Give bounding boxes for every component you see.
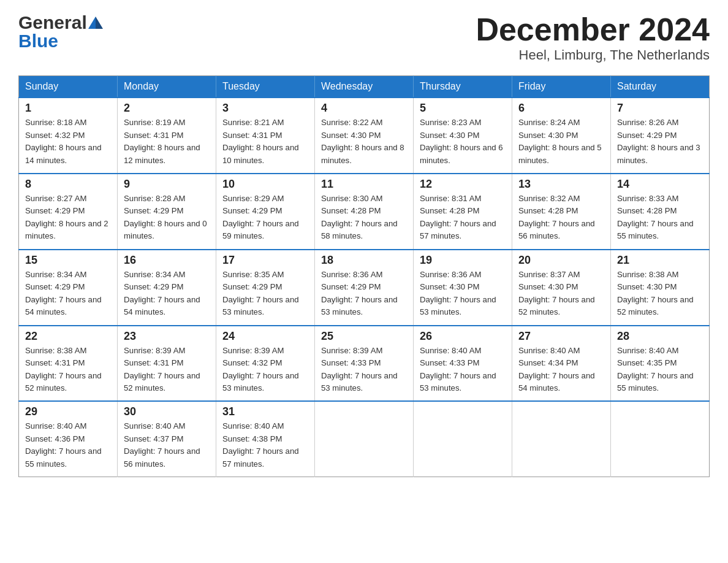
table-row: 3Sunrise: 8:21 AMSunset: 4:31 PMDaylight… <box>216 98 315 174</box>
day-info: Sunrise: 8:19 AMSunset: 4:31 PMDaylight:… <box>124 117 210 167</box>
table-row: 29Sunrise: 8:40 AMSunset: 4:36 PMDayligh… <box>19 401 118 477</box>
day-number: 7 <box>617 102 703 115</box>
day-number: 1 <box>25 102 111 115</box>
day-number: 11 <box>321 178 407 191</box>
day-number: 6 <box>518 102 604 115</box>
day-info: Sunrise: 8:38 AMSunset: 4:31 PMDaylight:… <box>25 345 111 395</box>
calendar-week-row: 22Sunrise: 8:38 AMSunset: 4:31 PMDayligh… <box>19 326 710 402</box>
day-info: Sunrise: 8:40 AMSunset: 4:36 PMDaylight:… <box>25 420 111 470</box>
day-info: Sunrise: 8:40 AMSunset: 4:34 PMDaylight:… <box>518 345 604 395</box>
calendar-week-row: 29Sunrise: 8:40 AMSunset: 4:36 PMDayligh… <box>19 401 710 477</box>
day-number: 30 <box>124 405 210 418</box>
day-number: 20 <box>518 254 604 267</box>
calendar-week-row: 15Sunrise: 8:34 AMSunset: 4:29 PMDayligh… <box>19 250 710 326</box>
title-section: December 2024 Heel, Limburg, The Netherl… <box>476 12 710 63</box>
table-row <box>611 401 710 477</box>
table-row: 31Sunrise: 8:40 AMSunset: 4:38 PMDayligh… <box>216 401 315 477</box>
day-number: 15 <box>25 254 111 267</box>
day-number: 27 <box>518 330 604 343</box>
day-number: 18 <box>321 254 407 267</box>
day-info: Sunrise: 8:34 AMSunset: 4:29 PMDaylight:… <box>25 269 111 319</box>
day-info: Sunrise: 8:18 AMSunset: 4:32 PMDaylight:… <box>25 117 111 167</box>
table-row: 9Sunrise: 8:28 AMSunset: 4:29 PMDaylight… <box>118 174 216 250</box>
day-info: Sunrise: 8:34 AMSunset: 4:29 PMDaylight:… <box>124 269 210 319</box>
day-info: Sunrise: 8:40 AMSunset: 4:37 PMDaylight:… <box>124 420 210 470</box>
day-info: Sunrise: 8:27 AMSunset: 4:29 PMDaylight:… <box>25 193 111 243</box>
day-number: 16 <box>124 254 210 267</box>
col-friday: Friday <box>512 76 611 98</box>
table-row: 21Sunrise: 8:38 AMSunset: 4:30 PMDayligh… <box>611 250 710 326</box>
table-row: 26Sunrise: 8:40 AMSunset: 4:33 PMDayligh… <box>414 326 512 402</box>
table-row: 8Sunrise: 8:27 AMSunset: 4:29 PMDaylight… <box>19 174 118 250</box>
day-info: Sunrise: 8:31 AMSunset: 4:28 PMDaylight:… <box>420 193 506 243</box>
day-number: 21 <box>617 254 703 267</box>
day-info: Sunrise: 8:38 AMSunset: 4:30 PMDaylight:… <box>617 269 703 319</box>
day-info: Sunrise: 8:30 AMSunset: 4:28 PMDaylight:… <box>321 193 407 243</box>
day-number: 4 <box>321 102 407 115</box>
table-row: 4Sunrise: 8:22 AMSunset: 4:30 PMDaylight… <box>315 98 414 174</box>
day-number: 31 <box>222 405 308 418</box>
table-row: 30Sunrise: 8:40 AMSunset: 4:37 PMDayligh… <box>118 401 216 477</box>
table-row: 27Sunrise: 8:40 AMSunset: 4:34 PMDayligh… <box>512 326 611 402</box>
col-thursday: Thursday <box>414 76 512 98</box>
table-row: 14Sunrise: 8:33 AMSunset: 4:28 PMDayligh… <box>611 174 710 250</box>
table-row: 18Sunrise: 8:36 AMSunset: 4:29 PMDayligh… <box>315 250 414 326</box>
day-info: Sunrise: 8:22 AMSunset: 4:30 PMDaylight:… <box>321 117 407 167</box>
col-sunday: Sunday <box>19 76 118 98</box>
day-info: Sunrise: 8:24 AMSunset: 4:30 PMDaylight:… <box>518 117 604 167</box>
day-info: Sunrise: 8:33 AMSunset: 4:28 PMDaylight:… <box>617 193 703 243</box>
table-row: 19Sunrise: 8:36 AMSunset: 4:30 PMDayligh… <box>414 250 512 326</box>
table-row <box>512 401 611 477</box>
table-row: 25Sunrise: 8:39 AMSunset: 4:33 PMDayligh… <box>315 326 414 402</box>
col-monday: Monday <box>118 76 216 98</box>
day-number: 2 <box>124 102 210 115</box>
day-info: Sunrise: 8:39 AMSunset: 4:32 PMDaylight:… <box>222 345 308 395</box>
table-row: 12Sunrise: 8:31 AMSunset: 4:28 PMDayligh… <box>414 174 512 250</box>
calendar-header-row: Sunday Monday Tuesday Wednesday Thursday… <box>19 76 710 98</box>
col-saturday: Saturday <box>611 76 710 98</box>
table-row <box>414 401 512 477</box>
table-row: 6Sunrise: 8:24 AMSunset: 4:30 PMDaylight… <box>512 98 611 174</box>
page-subtitle: Heel, Limburg, The Netherlands <box>476 47 710 63</box>
day-info: Sunrise: 8:39 AMSunset: 4:31 PMDaylight:… <box>124 345 210 395</box>
table-row: 7Sunrise: 8:26 AMSunset: 4:29 PMDaylight… <box>611 98 710 174</box>
day-info: Sunrise: 8:26 AMSunset: 4:29 PMDaylight:… <box>617 117 703 167</box>
logo-text-blue: Blue <box>18 31 58 52</box>
logo-icon <box>88 17 103 29</box>
table-row: 5Sunrise: 8:23 AMSunset: 4:30 PMDaylight… <box>414 98 512 174</box>
day-info: Sunrise: 8:28 AMSunset: 4:29 PMDaylight:… <box>124 193 210 243</box>
day-number: 25 <box>321 330 407 343</box>
day-info: Sunrise: 8:36 AMSunset: 4:29 PMDaylight:… <box>321 269 407 319</box>
table-row: 17Sunrise: 8:35 AMSunset: 4:29 PMDayligh… <box>216 250 315 326</box>
day-info: Sunrise: 8:36 AMSunset: 4:30 PMDaylight:… <box>420 269 506 319</box>
day-info: Sunrise: 8:40 AMSunset: 4:35 PMDaylight:… <box>617 345 703 395</box>
table-row: 10Sunrise: 8:29 AMSunset: 4:29 PMDayligh… <box>216 174 315 250</box>
day-info: Sunrise: 8:23 AMSunset: 4:30 PMDaylight:… <box>420 117 506 167</box>
day-info: Sunrise: 8:21 AMSunset: 4:31 PMDaylight:… <box>222 117 308 167</box>
logo-text-general: General <box>18 12 87 33</box>
table-row: 28Sunrise: 8:40 AMSunset: 4:35 PMDayligh… <box>611 326 710 402</box>
day-number: 26 <box>420 330 506 343</box>
calendar-table: Sunday Monday Tuesday Wednesday Thursday… <box>18 75 710 477</box>
day-number: 19 <box>420 254 506 267</box>
day-number: 9 <box>124 178 210 191</box>
calendar-week-row: 8Sunrise: 8:27 AMSunset: 4:29 PMDaylight… <box>19 174 710 250</box>
page-title: December 2024 <box>476 12 710 47</box>
day-number: 10 <box>222 178 308 191</box>
day-info: Sunrise: 8:39 AMSunset: 4:33 PMDaylight:… <box>321 345 407 395</box>
day-number: 5 <box>420 102 506 115</box>
logo: General Blue <box>18 12 103 52</box>
table-row: 2Sunrise: 8:19 AMSunset: 4:31 PMDaylight… <box>118 98 216 174</box>
day-info: Sunrise: 8:40 AMSunset: 4:33 PMDaylight:… <box>420 345 506 395</box>
day-info: Sunrise: 8:37 AMSunset: 4:30 PMDaylight:… <box>518 269 604 319</box>
day-number: 14 <box>617 178 703 191</box>
day-number: 17 <box>222 254 308 267</box>
day-number: 23 <box>124 330 210 343</box>
day-info: Sunrise: 8:29 AMSunset: 4:29 PMDaylight:… <box>222 193 308 243</box>
col-wednesday: Wednesday <box>315 76 414 98</box>
day-info: Sunrise: 8:40 AMSunset: 4:38 PMDaylight:… <box>222 420 308 470</box>
page-header: General Blue December 2024 Heel, Limburg… <box>18 12 710 63</box>
calendar-week-row: 1Sunrise: 8:18 AMSunset: 4:32 PMDaylight… <box>19 98 710 174</box>
table-row <box>315 401 414 477</box>
day-number: 24 <box>222 330 308 343</box>
